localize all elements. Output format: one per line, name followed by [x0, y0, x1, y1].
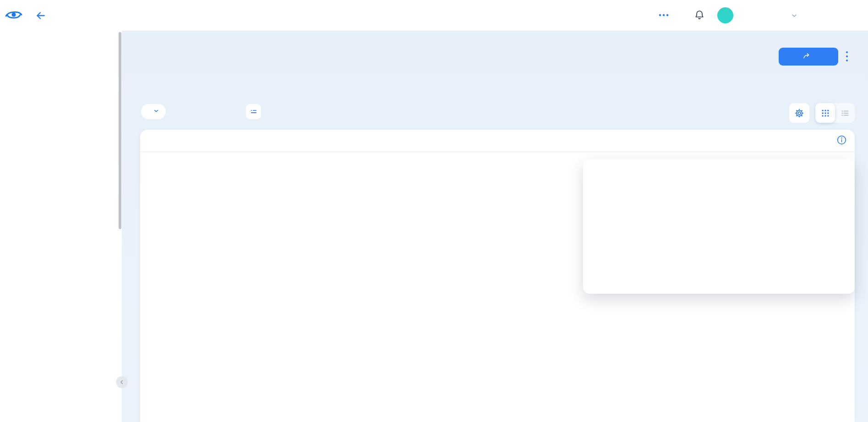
page — [0, 0, 868, 422]
sidebar-collapse-button[interactable] — [116, 376, 128, 388]
legend-panel — [583, 159, 855, 294]
avatar[interactable] — [717, 7, 733, 23]
sidebar-scrollbar[interactable] — [119, 32, 121, 229]
legend-left-column — [590, 164, 704, 168]
list-view-icon — [841, 109, 850, 118]
sidebar — [0, 31, 122, 422]
page-menu-kebab-icon[interactable] — [844, 50, 850, 63]
export-button[interactable] — [779, 48, 838, 66]
settings-gear-icon[interactable] — [789, 103, 809, 123]
list-view-button[interactable] — [835, 103, 855, 123]
legend-right-column — [710, 164, 847, 170]
top-bar — [0, 0, 868, 31]
notifications-bell-icon[interactable] — [694, 10, 705, 21]
top-nav — [0, 0, 868, 31]
grid-view-button[interactable] — [815, 103, 835, 123]
export-icon — [802, 52, 810, 61]
user-chevron-down-icon[interactable] — [791, 12, 798, 19]
process-chevron-down-icon — [153, 108, 159, 115]
process-select[interactable] — [141, 104, 166, 119]
nav-more-button[interactable] — [658, 11, 670, 20]
grid-view-icon — [821, 109, 830, 118]
view-toggle — [815, 103, 855, 123]
sort-button[interactable] — [246, 104, 261, 119]
